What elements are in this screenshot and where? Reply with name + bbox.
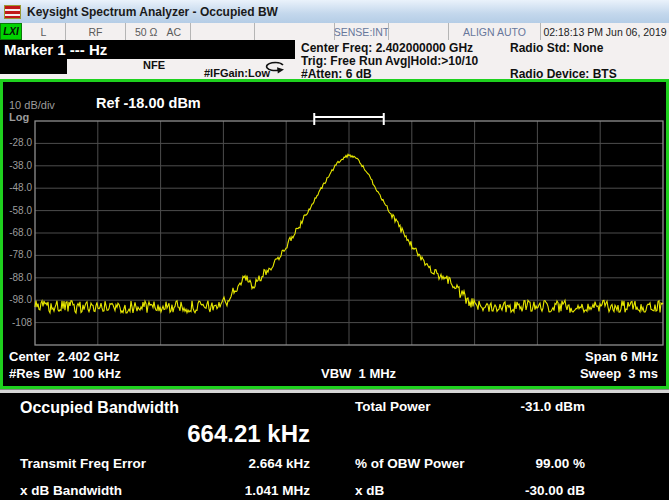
annotation-header: Marker 1 --- Hz NFE #IFGain:Low Center F… [0,40,669,79]
pct-obw-power-value: 99.00 % [440,456,585,471]
spectrum-plot [3,82,666,386]
xdb-label: x dB [355,483,384,498]
spectrum-display: 10 dB/div Ref -18.00 dBm Log -28.0-38.0-… [3,82,666,386]
status-rf: RF [65,23,125,40]
status-bar: LXI L RF 50 Ω AC SENSE:INT ALIGN AUTO 02… [0,23,669,41]
log-scale-label: Log [9,111,29,123]
status-impedance: 50 Ω [135,26,157,38]
xdb-bandwidth-value: 1.041 MHz [20,483,310,498]
status-align: ALIGN AUTO [448,23,540,40]
measurement-strip: NFE #IFGain:Low [0,59,295,79]
avg-hold-setting[interactable]: Avg|Hold:>10/10 [385,54,478,68]
xdb-value: -30.00 dB [440,483,585,498]
obw-results-panel: Occupied Bandwidth 664.21 kHz Transmit F… [0,393,669,500]
vbw-annotation[interactable]: VBW 1 MHz [321,366,396,381]
y-axis-tick-label: -98.0 [3,294,32,305]
y-axis-tick-label: -78.0 [3,249,32,260]
res-bw-annotation[interactable]: #Res BW 100 kHz [9,366,121,381]
status-empty-1 [190,23,254,40]
status-empty-3 [388,23,448,40]
y-axis-tick-label: -38.0 [3,160,32,171]
marker-readout-bar[interactable]: Marker 1 --- Hz [0,40,295,59]
status-sense: SENSE:INT [334,23,388,40]
center-freq-annotation[interactable]: Center 2.402 GHz [9,349,120,364]
y-axis-tick-label: -48.0 [3,182,32,193]
status-input: 50 Ω AC [125,23,190,40]
obw-result-value: 664.21 kHz [20,420,310,448]
spectrum-display-window: 10 dB/div Ref -18.00 dBm Log -28.0-38.0-… [0,79,669,389]
y-axis-tick-label: -88.0 [3,272,32,283]
title-bar: Keysight Spectrum Analyzer - Occupied BW [0,0,669,24]
y-axis-tick-label: -28.0 [3,137,32,148]
marker-value-box [0,59,67,74]
y-axis-tick-label: -58.0 [3,205,32,216]
transmit-freq-error-value: 2.664 kHz [20,456,310,471]
status-empty-2 [254,23,334,40]
obw-result-title: Occupied Bandwidth [20,399,179,417]
app-icon [4,5,21,19]
total-power-value: -31.0 dBm [440,399,585,414]
total-power-label: Total Power [355,399,431,414]
lxi-status-badge: LXI [0,23,22,40]
window-title: Keysight Spectrum Analyzer - Occupied BW [27,5,278,19]
status-coupling: AC [166,26,181,38]
continuous-sweep-icon[interactable] [265,60,287,78]
ref-level-label[interactable]: Ref -18.00 dBm [96,95,201,111]
status-l: L [22,23,65,40]
sweep-annotation[interactable]: Sweep 3 ms [580,366,658,381]
span-annotation[interactable]: Span 6 MHz [585,349,658,364]
if-gain-setting[interactable]: #IFGain:Low [204,67,270,79]
scale-per-div-label[interactable]: 10 dB/div [9,99,55,111]
settings-panel: Center Freq: 2.402000000 GHz Radio Std: … [295,40,669,79]
y-axis-tick-label: -108 [3,317,32,328]
y-axis-tick-label: -68.0 [3,227,32,238]
status-datetime: 02:18:13 PM Jun 06, 2019 [540,23,669,40]
nfe-indicator: NFE [143,59,165,71]
center-freq-setting[interactable]: Center Freq: 2.402000000 GHz [301,41,473,55]
radio-std-setting[interactable]: Radio Std: None [510,41,603,55]
trigger-setting[interactable]: Trig: Free Run [301,54,382,68]
